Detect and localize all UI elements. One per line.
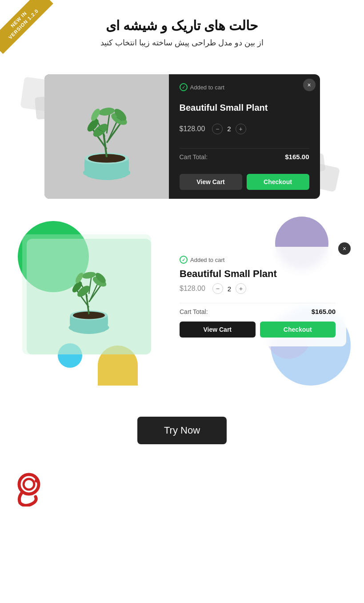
dark-cart-card: Added to cart Beautiful Small Plant $128… — [44, 74, 320, 199]
try-now-button[interactable]: Try Now — [137, 417, 227, 444]
qty-increase-btn-dark[interactable]: + — [236, 124, 246, 134]
qty-value-glass: 2 — [228, 285, 231, 293]
product-name-glass: Beautiful Small Plant — [180, 268, 336, 280]
checkout-button-dark[interactable]: Checkout — [247, 174, 309, 190]
product-price-glass: $128.00 — [180, 285, 205, 293]
checkout-button-glass[interactable]: Checkout — [260, 322, 336, 338]
page-title: حالت های تاریک و شیشه ای — [9, 18, 355, 33]
glass-cart-card: Added to cart Beautiful Small Plant $128… — [169, 247, 346, 346]
plant-illustration-glass — [36, 239, 142, 354]
added-to-cart-text-dark: Added to cart — [190, 84, 224, 91]
added-to-cart-text-glass: Added to cart — [190, 257, 224, 263]
glass-image-wrapper — [18, 230, 160, 363]
added-to-cart-badge-glass: Added to cart — [180, 256, 336, 264]
glass-plant-container — [18, 230, 160, 363]
check-circle-icon-dark — [180, 83, 188, 91]
close-button-dark[interactable]: × — [303, 79, 316, 91]
qty-control-dark: − 2 + — [212, 124, 246, 134]
svg-point-36 — [35, 479, 38, 482]
product-price-dark: $128.00 — [180, 125, 205, 133]
qty-decrease-btn-glass[interactable]: − — [212, 283, 223, 294]
ribbon-text: NEW INVERSION 1.2.0 — [0, 0, 53, 54]
qty-value-dark: 2 — [227, 125, 231, 133]
cta-section: Try Now — [0, 417, 364, 444]
action-buttons-glass: View Cart Checkout — [180, 322, 336, 338]
check-circle-icon-glass — [180, 256, 188, 264]
qty-decrease-btn-dark[interactable]: − — [212, 124, 223, 134]
glass-image-area — [18, 230, 169, 363]
cart-total-value-glass: $165.00 — [312, 308, 336, 315]
added-to-cart-badge-dark: Added to cart — [180, 83, 309, 91]
brand-logo — [13, 471, 53, 507]
logo-svg — [13, 471, 53, 507]
cart-total-value-dark: $165.00 — [285, 153, 309, 161]
glass-mode-section: Added to cart Beautiful Small Plant $128… — [0, 217, 364, 394]
cart-total-row-glass: Cart Total: $165.00 — [180, 303, 336, 315]
version-ribbon: NEW INVERSION 1.2.0 — [0, 0, 58, 58]
price-qty-row-dark: $128.00 − 2 + — [180, 124, 309, 134]
action-buttons-dark: View Cart Checkout — [180, 174, 309, 190]
dark-card-content: Added to cart Beautiful Small Plant $128… — [169, 74, 320, 199]
logo-section — [0, 462, 364, 520]
product-name-dark: Beautiful Small Plant — [180, 103, 309, 113]
cart-total-label-glass: Cart Total: — [180, 308, 208, 315]
page-subtitle: از بین دو مدل طراحی پیش ساخته زیبا انتخا… — [9, 38, 355, 48]
cart-total-label-dark: Cart Total: — [180, 153, 208, 161]
view-cart-button-dark[interactable]: View Cart — [180, 174, 242, 190]
price-qty-row-glass: $128.00 − 2 + — [180, 283, 336, 294]
qty-control-glass: − 2 + — [212, 283, 246, 294]
svg-point-35 — [24, 479, 34, 490]
view-cart-button-glass[interactable]: View Cart — [180, 322, 256, 338]
close-button-glass[interactable]: × — [338, 242, 351, 255]
plant-illustration-dark — [44, 74, 169, 199]
dark-mode-section: Added to cart Beautiful Small Plant $128… — [31, 74, 333, 199]
cart-total-row-dark: Cart Total: $165.00 — [180, 148, 309, 161]
glass-content-area: Added to cart Beautiful Small Plant $128… — [0, 217, 364, 377]
qty-increase-btn-glass[interactable]: + — [236, 283, 246, 294]
dark-product-image — [44, 74, 169, 199]
